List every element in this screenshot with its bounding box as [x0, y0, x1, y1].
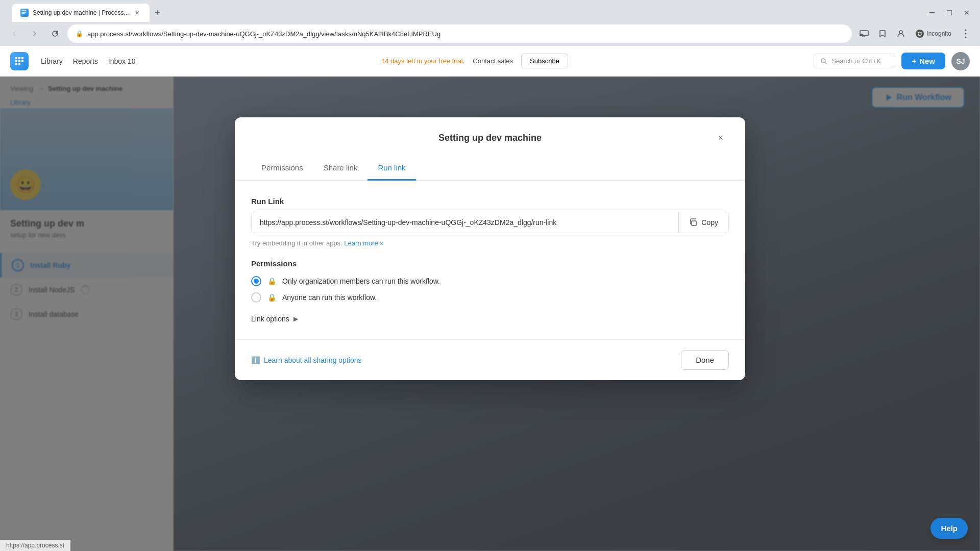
done-button[interactable]: Done: [681, 350, 729, 370]
svg-point-10: [965, 37, 967, 38]
contact-sales-link[interactable]: Contact sales: [473, 57, 513, 65]
svg-point-5: [916, 30, 924, 38]
header-middle: 14 days left in your free trial. Contact…: [148, 54, 802, 68]
back-button[interactable]: [6, 26, 22, 42]
new-tab-button[interactable]: +: [151, 6, 165, 20]
learn-more-link[interactable]: Learn more »: [344, 239, 383, 247]
new-button[interactable]: + New: [901, 53, 945, 69]
header-actions: Search or Ctrl+K + New SJ: [814, 52, 970, 70]
browser-chrome: Setting up dev machine | Process... ✕ + …: [0, 0, 980, 46]
tab-close-button[interactable]: ✕: [133, 9, 141, 17]
profile-button[interactable]: [893, 26, 909, 42]
modal-overlay[interactable]: Setting up dev machine × Permissions Sha…: [0, 77, 980, 551]
help-button[interactable]: Help: [930, 518, 968, 539]
radio-text-org: Only organization members can run this w…: [282, 277, 440, 285]
link-options-row[interactable]: Link options ▶: [251, 315, 729, 323]
svg-point-6: [918, 34, 919, 35]
svg-point-7: [921, 34, 922, 35]
app-logo[interactable]: [10, 52, 29, 70]
modal-close-button[interactable]: ×: [713, 130, 729, 146]
svg-rect-13: [692, 221, 696, 226]
incognito-label: Incognito: [926, 30, 951, 37]
radio-circle-org: [251, 276, 261, 286]
radio-option-org[interactable]: 🔒 Only organization members can run this…: [251, 276, 729, 286]
user-avatar[interactable]: SJ: [951, 52, 970, 70]
maximize-button[interactable]: [942, 6, 957, 20]
main-content: Viewing → Setting up dev machine Library…: [0, 77, 980, 551]
learn-sharing-link[interactable]: ℹ️ Learn about all sharing options: [251, 356, 361, 364]
status-bar: https://app.process.st: [0, 540, 70, 551]
svg-point-8: [965, 30, 967, 31]
status-url: https://app.process.st: [6, 542, 64, 549]
minimize-button[interactable]: [925, 6, 939, 20]
ssl-lock-icon: 🔒: [76, 30, 83, 37]
new-button-label: New: [919, 57, 935, 65]
incognito-indicator: Incognito: [911, 27, 955, 40]
radio-text-anyone: Anyone can run this workflow.: [282, 293, 377, 302]
app-header: Library Reports Inbox 10 14 days left in…: [0, 46, 980, 77]
window-controls: ✕: [925, 6, 974, 20]
lock-icon-org: 🔒: [267, 277, 276, 285]
modal-footer: ℹ️ Learn about all sharing options Done: [235, 339, 745, 380]
bookmark-button[interactable]: [874, 26, 891, 42]
radio-circle-anyone: [251, 292, 261, 303]
run-link-input[interactable]: [252, 212, 678, 233]
cast-button[interactable]: [856, 26, 872, 42]
embed-text: Try embedding it in other apps. Learn mo…: [251, 239, 729, 247]
search-bar[interactable]: Search or Ctrl+K: [814, 54, 895, 68]
modal-title: Setting up dev machine: [267, 133, 713, 143]
svg-rect-2: [947, 10, 952, 15]
radio-option-anyone[interactable]: 🔒 Anyone can run this workflow.: [251, 292, 729, 303]
modal-tabs: Permissions Share link Run link: [235, 156, 745, 181]
svg-rect-3: [860, 31, 868, 36]
permissions-label: Permissions: [251, 259, 729, 268]
active-tab[interactable]: Setting up dev machine | Process... ✕: [12, 4, 150, 22]
subscribe-button[interactable]: Subscribe: [521, 54, 568, 68]
nav-inbox[interactable]: Inbox 10: [108, 55, 136, 67]
tab-bar: Setting up dev machine | Process... ✕ +: [6, 4, 171, 22]
forward-button[interactable]: [27, 26, 43, 42]
browser-titlebar: Setting up dev machine | Process... ✕ + …: [0, 0, 980, 21]
run-link-label: Run Link: [251, 197, 729, 206]
tab-permissions[interactable]: Permissions: [251, 156, 313, 181]
app-container: Library Reports Inbox 10 14 days left in…: [0, 46, 980, 551]
modal-header: Setting up dev machine ×: [235, 117, 745, 146]
more-options-button[interactable]: [958, 26, 974, 42]
svg-point-9: [965, 33, 967, 35]
main-nav: Library Reports Inbox 10: [41, 55, 136, 67]
copy-button[interactable]: Copy: [678, 212, 728, 233]
url-text: app.process.st/workflows/Setting-up-dev-…: [87, 30, 844, 38]
refresh-button[interactable]: [47, 26, 63, 42]
tab-favicon: [20, 9, 29, 17]
nav-reports[interactable]: Reports: [73, 55, 98, 67]
browser-actions: Incognito: [856, 26, 974, 42]
trial-banner: 14 days left in your free trial.: [381, 57, 464, 65]
sharing-modal: Setting up dev machine × Permissions Sha…: [235, 117, 745, 380]
new-button-plus: +: [912, 57, 916, 65]
copy-icon: [689, 218, 697, 227]
tab-share-link[interactable]: Share link: [313, 156, 368, 181]
lock-icon-anyone: 🔒: [267, 293, 276, 302]
url-bar[interactable]: 🔒 app.process.st/workflows/Setting-up-de…: [67, 24, 852, 43]
copy-label: Copy: [701, 218, 718, 227]
link-options-arrow-icon: ▶: [293, 315, 298, 322]
tab-title: Setting up dev machine | Process...: [33, 9, 129, 16]
radio-group: 🔒 Only organization members can run this…: [251, 276, 729, 303]
info-icon: ℹ️: [251, 356, 260, 364]
address-bar: 🔒 app.process.st/workflows/Setting-up-de…: [0, 21, 980, 46]
nav-library[interactable]: Library: [41, 55, 63, 67]
link-options-label: Link options: [251, 315, 289, 323]
tab-run-link[interactable]: Run link: [368, 156, 415, 181]
search-placeholder: Search or Ctrl+K: [831, 57, 880, 65]
learn-sharing-label: Learn about all sharing options: [264, 356, 361, 364]
modal-body: Run Link Copy Try embedding it in other …: [235, 181, 745, 339]
svg-point-4: [899, 31, 902, 34]
svg-rect-1: [929, 12, 935, 13]
run-link-input-row: Copy: [251, 212, 729, 233]
close-button[interactable]: ✕: [960, 6, 974, 20]
